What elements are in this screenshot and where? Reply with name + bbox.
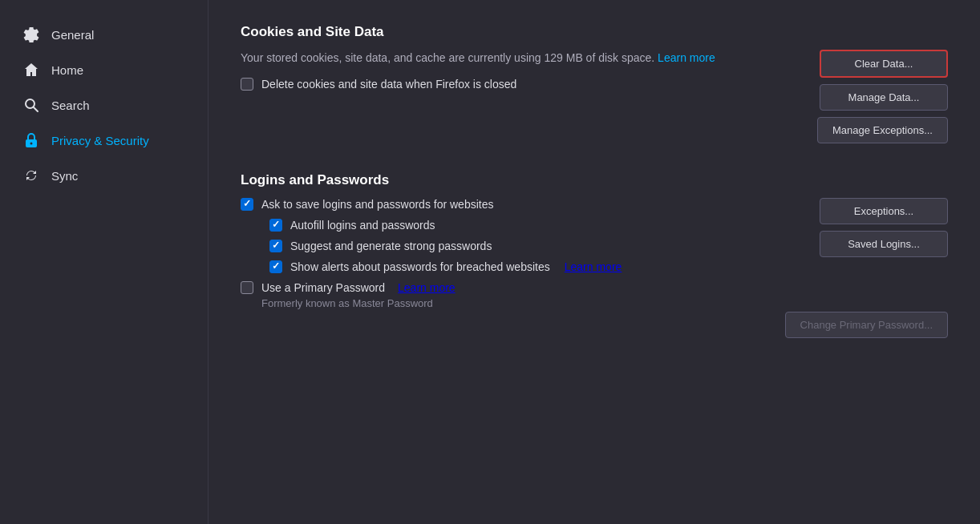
- suggest-checkbox-label[interactable]: Suggest and generate strong passwords: [269, 240, 492, 252]
- primary-password-row: Use a Primary Password Learn more: [241, 281, 622, 294]
- manage-exceptions-button[interactable]: Manage Exceptions...: [817, 117, 948, 143]
- delete-cookies-checkbox[interactable]: [241, 78, 253, 91]
- primary-password-left: Use a Primary Password Learn more: [241, 281, 456, 294]
- gear-icon: [22, 26, 40, 43]
- cookies-btn-group: Clear Data... Manage Data... Manage Exce…: [817, 50, 948, 143]
- show-alerts-label: Show alerts about passwords for breached…: [290, 260, 550, 273]
- exceptions-button[interactable]: Exceptions...: [820, 198, 948, 224]
- search-icon: [22, 96, 40, 114]
- suggest-row: Suggest and generate strong passwords: [269, 240, 622, 252]
- autofill-checkbox-label[interactable]: Autofill logins and passwords: [269, 219, 435, 232]
- sidebar-item-general[interactable]: General: [6, 18, 201, 51]
- sidebar-item-home[interactable]: Home: [6, 53, 201, 87]
- cookies-description: Your stored cookies, site data, and cach…: [241, 50, 715, 67]
- cookies-section-row: Your stored cookies, site data, and cach…: [241, 50, 948, 143]
- sidebar-item-sync[interactable]: Sync: [6, 159, 201, 192]
- logins-btn-group: Exceptions... Saved Logins... Change Pri…: [785, 198, 948, 338]
- show-alerts-row: Show alerts about passwords for breached…: [269, 260, 622, 273]
- suggest-checkbox[interactable]: [269, 240, 282, 252]
- primary-password-label: Use a Primary Password: [261, 281, 385, 294]
- autofill-row: Autofill logins and passwords: [269, 219, 622, 232]
- clear-data-button[interactable]: Clear Data...: [820, 50, 948, 78]
- show-alerts-checkbox-label[interactable]: Show alerts about passwords for breached…: [269, 260, 550, 273]
- show-alerts-checkbox[interactable]: [269, 260, 282, 273]
- svg-line-1: [34, 107, 38, 111]
- logins-section-row: Ask to save logins and passwords for web…: [241, 198, 948, 338]
- sidebar-item-label: Home: [51, 63, 83, 77]
- ask-save-row: Ask to save logins and passwords for web…: [241, 198, 622, 211]
- formerly-known-text: Formerly known as Master Password: [261, 297, 622, 309]
- delete-cookies-checkbox-label[interactable]: Delete cookies and site data when Firefo…: [241, 78, 516, 91]
- sidebar-item-label: Sync: [51, 169, 78, 183]
- sync-icon: [22, 167, 40, 184]
- logins-section-title: Logins and Passwords: [241, 172, 948, 188]
- cookies-description-block: Your stored cookies, site data, and cach…: [241, 50, 715, 99]
- suggest-label: Suggest and generate strong passwords: [290, 240, 492, 252]
- delete-cookies-row: Delete cookies and site data when Firefo…: [241, 78, 715, 91]
- logins-checkboxes-block: Ask to save logins and passwords for web…: [241, 198, 622, 309]
- logins-section: Logins and Passwords Ask to save logins …: [241, 172, 948, 338]
- autofill-label: Autofill logins and passwords: [290, 219, 435, 232]
- ask-save-checkbox[interactable]: [241, 198, 253, 211]
- sidebar-item-label: Search: [51, 99, 90, 112]
- change-primary-password-button[interactable]: Change Primary Password...: [785, 312, 948, 338]
- ask-save-label: Ask to save logins and passwords for web…: [261, 198, 493, 211]
- show-alerts-learn-more-link[interactable]: Learn more: [565, 260, 622, 273]
- cookies-description-text: Your stored cookies, site data, and cach…: [241, 51, 654, 64]
- delete-cookies-label: Delete cookies and site data when Firefo…: [261, 78, 516, 91]
- sidebar-item-label: Privacy & Security: [51, 134, 149, 147]
- cookies-section: Cookies and Site Data Your stored cookie…: [241, 24, 948, 143]
- primary-password-checkbox[interactable]: [241, 281, 253, 294]
- sidebar-item-privacy[interactable]: Privacy & Security: [6, 123, 201, 157]
- manage-data-button[interactable]: Manage Data...: [820, 84, 948, 111]
- cookies-section-title: Cookies and Site Data: [241, 24, 948, 40]
- primary-password-learn-more-link[interactable]: Learn more: [398, 281, 456, 294]
- autofill-checkbox[interactable]: [269, 219, 282, 232]
- svg-point-3: [30, 143, 33, 145]
- home-icon: [22, 61, 40, 79]
- lock-icon: [22, 131, 40, 149]
- sidebar-item-search[interactable]: Search: [6, 88, 201, 122]
- sidebar-item-label: General: [51, 28, 94, 42]
- saved-logins-button[interactable]: Saved Logins...: [820, 231, 948, 257]
- main-content: Cookies and Site Data Your stored cookie…: [209, 0, 980, 524]
- cookies-learn-more-link[interactable]: Learn more: [658, 51, 715, 64]
- ask-save-checkbox-label[interactable]: Ask to save logins and passwords for web…: [241, 198, 493, 211]
- sidebar: General Home Search Privacy & Security: [0, 0, 209, 524]
